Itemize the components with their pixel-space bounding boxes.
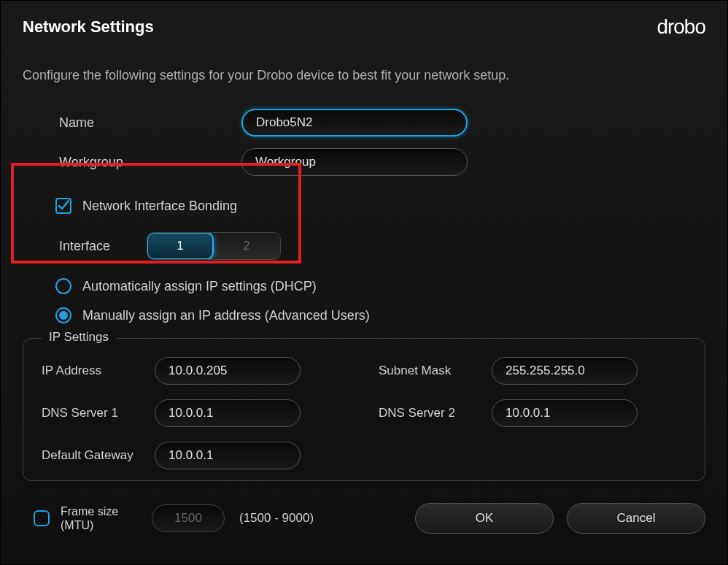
ip-settings-legend: IP Settings <box>42 330 116 345</box>
mtu-label: Frame size (MTU) <box>61 504 126 532</box>
mtu-range-text: (1500 - 9000) <box>239 511 314 526</box>
mtu-label-line1: Frame size <box>61 505 118 518</box>
drobo-logo: drobo <box>657 15 705 39</box>
workgroup-label: Workgroup <box>59 155 241 170</box>
workgroup-row: Workgroup <box>23 148 705 176</box>
mtu-input[interactable] <box>152 504 225 532</box>
interface-label: Interface <box>59 239 147 254</box>
dns2-label: DNS Server 2 <box>379 406 492 420</box>
dhcp-radio-row: Automatically assign IP settings (DHCP) <box>23 278 705 294</box>
manual-radio[interactable] <box>55 307 71 323</box>
subnet-mask-input[interactable] <box>492 357 638 385</box>
name-label: Name <box>59 115 241 131</box>
dns2-item: DNS Server 2 <box>379 399 686 427</box>
ok-button[interactable]: OK <box>415 503 554 534</box>
dhcp-radio[interactable] <box>55 278 71 294</box>
gateway-item: Default Gateway <box>42 442 349 469</box>
checkmark-icon <box>57 199 70 212</box>
mtu-checkbox[interactable] <box>34 510 50 526</box>
bonding-row: Network Interface Bonding <box>23 198 705 214</box>
ip-address-item: IP Address <box>42 357 349 385</box>
description-text: Configure the following settings for you… <box>23 68 705 83</box>
ip-address-label: IP Address <box>42 364 155 378</box>
ip-settings-fieldset: IP Settings IP Address Subnet Mask DNS S… <box>23 338 705 481</box>
workgroup-input[interactable] <box>241 148 468 176</box>
interface-option-1[interactable]: 1 <box>147 232 214 260</box>
subnet-mask-item: Subnet Mask <box>379 357 686 385</box>
gateway-input[interactable] <box>155 442 301 469</box>
cancel-button[interactable]: Cancel <box>567 503 705 534</box>
name-input[interactable] <box>241 109 468 137</box>
bonding-checkbox[interactable] <box>55 198 71 214</box>
interface-segmented-control: 1 2 <box>147 232 281 260</box>
manual-label: Manually assign an IP address (Advanced … <box>82 308 370 323</box>
dns2-input[interactable] <box>492 399 638 427</box>
ip-settings-grid: IP Address Subnet Mask DNS Server 1 DNS … <box>42 357 686 469</box>
footer-row: Frame size (MTU) (1500 - 9000) OK Cancel <box>23 503 705 534</box>
name-row: Name <box>23 109 705 137</box>
interface-option-2[interactable]: 2 <box>213 233 280 259</box>
gateway-label: Default Gateway <box>42 448 155 463</box>
manual-radio-row: Manually assign an IP address (Advanced … <box>23 307 705 323</box>
dns1-input[interactable] <box>155 399 301 427</box>
header: Network Settings drobo <box>23 15 705 39</box>
page-title: Network Settings <box>23 18 154 36</box>
dns1-item: DNS Server 1 <box>42 399 349 427</box>
mtu-label-line2: (MTU) <box>61 519 93 531</box>
dhcp-label: Automatically assign IP settings (DHCP) <box>82 279 317 294</box>
interface-row: Interface 1 2 <box>23 232 705 260</box>
network-settings-window: Network Settings drobo Configure the fol… <box>0 0 728 565</box>
dns1-label: DNS Server 1 <box>42 406 155 420</box>
subnet-mask-label: Subnet Mask <box>379 364 492 378</box>
bonding-label: Network Interface Bonding <box>82 199 237 214</box>
ip-address-input[interactable] <box>155 357 301 385</box>
